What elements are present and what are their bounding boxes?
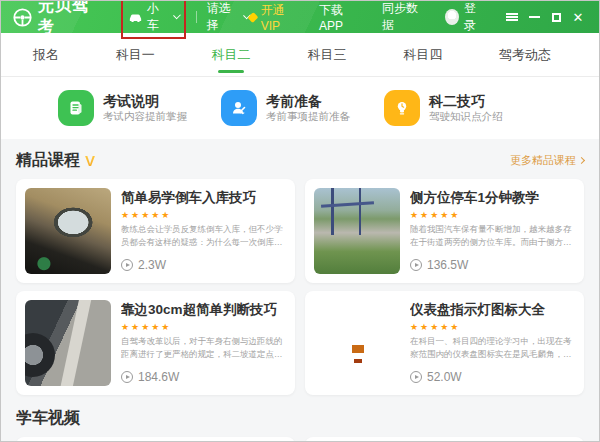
course-card-parallel-parking[interactable]: 侧方位停车1分钟教学 ★★★★★ 随着我国汽车保有量不断增加，越来越多存在于街道… xyxy=(305,179,584,283)
courses-section-title: 精品课程 xyxy=(16,150,80,171)
view-count: 2.3W xyxy=(121,258,286,274)
tab-kemu1[interactable]: 科目一 xyxy=(116,33,155,76)
course-grid: 简单易学倒车入库技巧 ★★★★★ 教练总会让学员反复练倒车入库，但不少学员都会有… xyxy=(16,179,584,395)
maximize-icon xyxy=(552,13,561,22)
star-rating: ★★★★★ xyxy=(410,322,575,332)
course-card-reversing[interactable]: 简单易学倒车入库技巧 ★★★★★ 教练总会让学员反复练倒车入库，但不少学员都会有… xyxy=(16,179,295,283)
course-description: 随着我国汽车保有量不断增加，越来越多存在于街道两旁的侧方位车库。而由于侧方位停车… xyxy=(410,223,575,249)
open-vip-label: 开通VIP xyxy=(261,2,299,33)
feature-exam-instructions[interactable]: 考试说明 考试内容提前掌握 xyxy=(58,90,218,126)
feature-subject2-tips[interactable]: 科二技巧 驾驶知识点介绍 xyxy=(384,90,544,126)
login-label: 登录 xyxy=(464,0,485,34)
feature-title: 考前准备 xyxy=(266,92,350,111)
course-thumbnail-mirror xyxy=(25,188,111,274)
courses-section-header: 精品课程 V 更多精品课程 xyxy=(16,147,584,173)
course-description: 自驾考改革以后，对于车身右侧与边距线的距离进行了更严格的规定，科二坡道定点停车与… xyxy=(121,335,286,361)
video-card-partial[interactable] xyxy=(16,437,295,442)
video-card-partial[interactable] xyxy=(305,437,584,442)
tab-kemu4[interactable]: 科目四 xyxy=(403,33,442,76)
star-rating: ★★★★★ xyxy=(121,210,286,220)
course-thumbnail-field xyxy=(314,188,400,274)
minimize-button[interactable] xyxy=(523,6,545,28)
course-title: 侧方位停车1分钟教学 xyxy=(410,189,575,207)
login-button[interactable]: 登录 xyxy=(445,0,485,34)
play-icon xyxy=(410,259,422,271)
vehicle-type-label: 小车 xyxy=(147,0,168,34)
open-vip-button[interactable]: 开通VIP xyxy=(249,2,299,33)
videos-section-header: 学车视频 xyxy=(16,405,584,431)
view-count: 184.6W xyxy=(121,370,286,386)
tab-kemu3[interactable]: 科目三 xyxy=(307,33,346,76)
feature-subtitle: 驾驶知识点介绍 xyxy=(429,110,503,124)
videos-section-title: 学车视频 xyxy=(16,408,80,429)
nav-tabs: 报名 科目一 科目二 科目三 科目四 驾考动态 xyxy=(1,33,599,77)
window-controls: ✕ xyxy=(501,6,589,28)
more-courses-link[interactable]: 更多精品课程 xyxy=(510,153,584,168)
v-badge-icon: V xyxy=(85,152,95,169)
course-card-dashboard-icons[interactable]: 仪表盘指示灯图标大全 ★★★★★ 在科目一、科目四的理论学习中，出现在考察范围内… xyxy=(305,291,584,395)
view-count-value: 52.0W xyxy=(427,370,462,384)
course-title: 靠边30cm超简单判断技巧 xyxy=(121,301,286,319)
feature-title: 考试说明 xyxy=(103,92,187,111)
tab-kemu2[interactable]: 科目二 xyxy=(212,33,251,76)
course-thumbnail-dashboard xyxy=(314,300,400,386)
course-description: 教练总会让学员反复练倒车入库，但不少学员都会有这样的疑惑：为什么每一次倒库结果都… xyxy=(121,223,286,249)
bulb-icon xyxy=(384,90,420,126)
feature-title: 科二技巧 xyxy=(429,92,503,111)
avatar xyxy=(445,9,459,25)
feature-subtitle: 考前事项提前准备 xyxy=(266,110,350,124)
tab-jiakao-news[interactable]: 驾考动态 xyxy=(499,33,551,76)
feature-subtitle: 考试内容提前掌握 xyxy=(103,110,187,124)
menu-button[interactable] xyxy=(501,6,523,28)
chevron-down-icon xyxy=(173,12,181,20)
main-content: 精品课程 V 更多精品课程 简单易学倒车入库技巧 ★★★★★ 教练总会让学员反复… xyxy=(1,139,599,442)
titlebar: 元贝驾考 小车 请选择 开通VIP 下载APP 同步数据 登录 xyxy=(1,1,599,33)
play-icon xyxy=(121,371,133,383)
play-icon xyxy=(410,371,422,383)
city-dropdown-label: 请选择 xyxy=(207,0,239,34)
view-count-value: 184.6W xyxy=(138,370,179,384)
minimize-icon xyxy=(529,16,540,18)
feature-pre-exam-prep[interactable]: 考前准备 考前事项提前准备 xyxy=(221,90,381,126)
tab-baoming[interactable]: 报名 xyxy=(33,33,59,76)
view-count-value: 136.5W xyxy=(427,258,468,272)
play-icon xyxy=(121,259,133,271)
hamburger-icon xyxy=(506,13,518,21)
vip-gem-icon xyxy=(247,12,258,23)
star-rating: ★★★★★ xyxy=(121,322,286,332)
document-icon xyxy=(58,90,94,126)
city-dropdown[interactable]: 请选择 xyxy=(207,0,249,34)
download-app-button[interactable]: 下载APP xyxy=(319,2,362,33)
chevron-right-icon xyxy=(578,156,585,163)
view-count-value: 2.3W xyxy=(138,258,166,272)
sync-data-button[interactable]: 同步数据 xyxy=(382,0,425,34)
course-card-curb-30cm[interactable]: 靠边30cm超简单判断技巧 ★★★★★ 自驾考改革以后，对于车身右侧与边距线的距… xyxy=(16,291,295,395)
star-rating: ★★★★★ xyxy=(410,210,575,220)
close-icon: ✕ xyxy=(573,11,584,24)
person-icon xyxy=(221,90,257,126)
maximize-button[interactable] xyxy=(545,6,567,28)
course-title: 简单易学倒车入库技巧 xyxy=(121,189,286,207)
video-card-row xyxy=(16,437,584,442)
more-courses-label: 更多精品课程 xyxy=(510,153,576,168)
titlebar-divider xyxy=(196,11,197,23)
view-count: 136.5W xyxy=(410,258,575,274)
view-count: 52.0W xyxy=(410,370,575,386)
feature-row: 考试说明 考试内容提前掌握 考前准备 考前事项提前准备 科二技巧 驾驶知识点介绍 xyxy=(1,77,599,139)
car-icon xyxy=(129,12,142,23)
app-window: 元贝驾考 小车 请选择 开通VIP 下载APP 同步数据 登录 xyxy=(0,0,600,442)
course-description: 在科目一、科目四的理论学习中，出现在考察范围内的仪表盘图标实在是凤毛麟角，而科目… xyxy=(410,335,575,361)
close-button[interactable]: ✕ xyxy=(567,6,589,28)
course-title: 仪表盘指示灯图标大全 xyxy=(410,301,575,319)
course-thumbnail-road xyxy=(25,300,111,386)
steering-wheel-logo-icon xyxy=(13,8,32,27)
